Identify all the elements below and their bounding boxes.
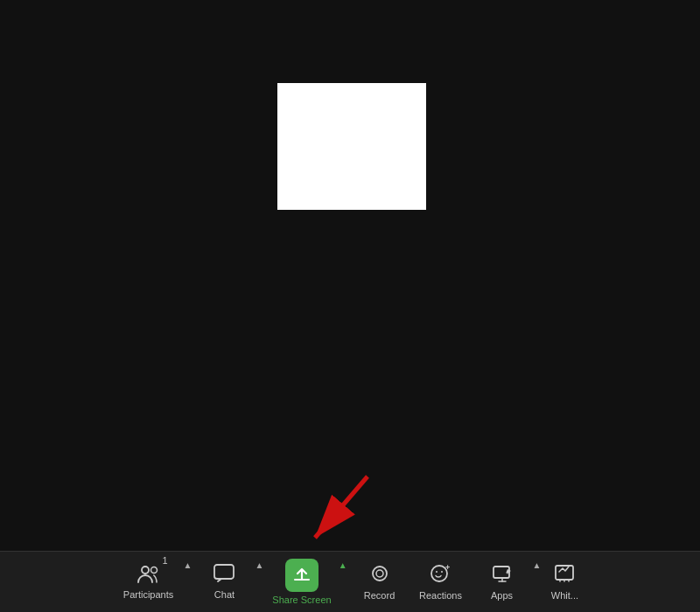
chat-label: Chat — [214, 589, 234, 600]
chat-button[interactable]: Chat — [193, 552, 255, 612]
apps-icon — [492, 563, 513, 588]
participants-button[interactable]: 1 Participants — [114, 552, 184, 612]
whiteboard-icon — [554, 563, 575, 588]
record-button[interactable]: Record — [349, 552, 410, 612]
participants-icon — [137, 564, 160, 587]
apps-chevron-button[interactable]: ▲ — [533, 552, 543, 612]
chat-icon — [214, 564, 234, 587]
svg-rect-12 — [556, 566, 573, 580]
record-label: Record — [364, 590, 395, 601]
annotation-arrow — [298, 472, 385, 551]
chevron-up-icon: ▲ — [339, 560, 347, 570]
share-screen-button[interactable]: Share Screen — [265, 552, 338, 612]
whiteboard-button[interactable]: Whit... — [542, 552, 586, 612]
apps-group: Apps ▲ — [472, 552, 543, 612]
svg-point-8 — [436, 571, 438, 573]
share-screen-icon — [285, 559, 318, 592]
apps-label: Apps — [491, 590, 513, 601]
participants-badge: 1 — [162, 555, 167, 566]
reactions-icon: + — [430, 563, 452, 588]
chevron-up-icon: ▲ — [533, 560, 542, 570]
reactions-button[interactable]: + Reactions — [410, 552, 472, 612]
chevron-up-icon: ▲ — [255, 560, 263, 570]
chat-chevron-button[interactable]: ▲ — [255, 552, 265, 612]
video-area — [0, 0, 700, 551]
svg-point-2 — [142, 567, 149, 574]
record-icon — [369, 563, 390, 588]
presentation-content — [277, 83, 426, 210]
reactions-label: Reactions — [419, 590, 462, 601]
svg-line-1 — [315, 476, 368, 538]
chevron-up-icon: ▲ — [184, 560, 192, 570]
apps-button[interactable]: Apps — [472, 552, 533, 612]
svg-point-3 — [150, 567, 157, 574]
toolbar: 1 Participants ▲ Chat ▲ — [0, 551, 700, 612]
svg-point-6 — [376, 570, 383, 577]
participants-chevron-button[interactable]: ▲ — [184, 552, 194, 612]
whiteboard-label: Whit... — [551, 590, 578, 601]
participants-label: Participants — [123, 589, 173, 600]
svg-text:+: + — [445, 563, 450, 572]
svg-point-9 — [441, 571, 443, 573]
share-screen-group: Share Screen ▲ — [265, 552, 348, 612]
chat-group: Chat ▲ — [193, 552, 265, 612]
share-screen-label: Share Screen — [272, 595, 331, 605]
svg-point-5 — [373, 567, 387, 581]
share-screen-chevron-button[interactable]: ▲ — [339, 552, 349, 612]
participants-group: 1 Participants ▲ — [114, 552, 194, 612]
svg-rect-4 — [214, 565, 234, 579]
